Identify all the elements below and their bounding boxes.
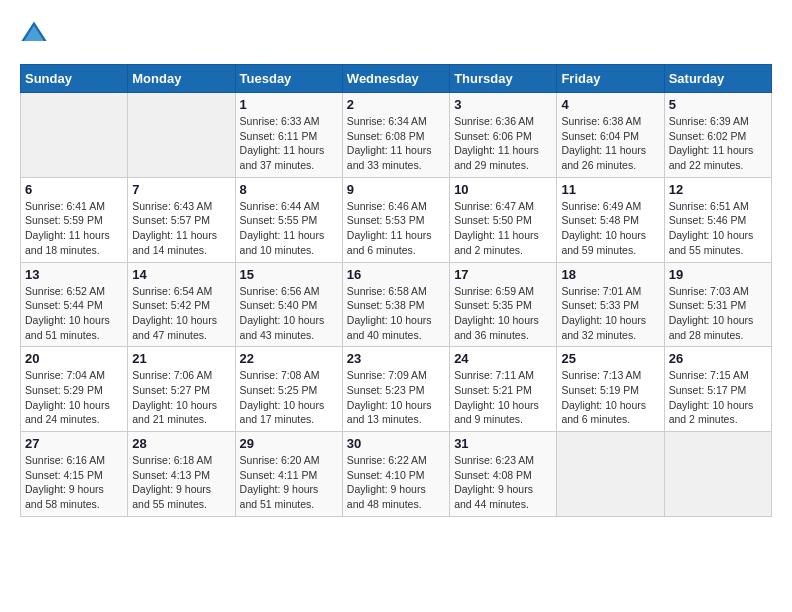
day-number: 13 — [25, 267, 123, 282]
day-detail: Sunrise: 7:06 AM Sunset: 5:27 PM Dayligh… — [132, 368, 230, 427]
calendar-cell: 13Sunrise: 6:52 AM Sunset: 5:44 PM Dayli… — [21, 262, 128, 347]
calendar-cell: 27Sunrise: 6:16 AM Sunset: 4:15 PM Dayli… — [21, 432, 128, 517]
day-detail: Sunrise: 7:09 AM Sunset: 5:23 PM Dayligh… — [347, 368, 445, 427]
day-number: 16 — [347, 267, 445, 282]
day-detail: Sunrise: 7:11 AM Sunset: 5:21 PM Dayligh… — [454, 368, 552, 427]
calendar-week-row: 13Sunrise: 6:52 AM Sunset: 5:44 PM Dayli… — [21, 262, 772, 347]
calendar-week-row: 20Sunrise: 7:04 AM Sunset: 5:29 PM Dayli… — [21, 347, 772, 432]
day-of-week-header: Thursday — [450, 65, 557, 93]
calendar-cell: 26Sunrise: 7:15 AM Sunset: 5:17 PM Dayli… — [664, 347, 771, 432]
calendar-cell: 5Sunrise: 6:39 AM Sunset: 6:02 PM Daylig… — [664, 93, 771, 178]
calendar-cell: 19Sunrise: 7:03 AM Sunset: 5:31 PM Dayli… — [664, 262, 771, 347]
day-detail: Sunrise: 7:15 AM Sunset: 5:17 PM Dayligh… — [669, 368, 767, 427]
calendar-cell: 28Sunrise: 6:18 AM Sunset: 4:13 PM Dayli… — [128, 432, 235, 517]
day-number: 2 — [347, 97, 445, 112]
day-number: 6 — [25, 182, 123, 197]
day-number: 9 — [347, 182, 445, 197]
day-detail: Sunrise: 7:04 AM Sunset: 5:29 PM Dayligh… — [25, 368, 123, 427]
day-detail: Sunrise: 6:44 AM Sunset: 5:55 PM Dayligh… — [240, 199, 338, 258]
calendar-cell: 16Sunrise: 6:58 AM Sunset: 5:38 PM Dayli… — [342, 262, 449, 347]
calendar-cell: 20Sunrise: 7:04 AM Sunset: 5:29 PM Dayli… — [21, 347, 128, 432]
day-number: 12 — [669, 182, 767, 197]
calendar-cell — [557, 432, 664, 517]
calendar-cell: 31Sunrise: 6:23 AM Sunset: 4:08 PM Dayli… — [450, 432, 557, 517]
day-number: 30 — [347, 436, 445, 451]
day-number: 25 — [561, 351, 659, 366]
calendar-cell: 24Sunrise: 7:11 AM Sunset: 5:21 PM Dayli… — [450, 347, 557, 432]
day-detail: Sunrise: 6:33 AM Sunset: 6:11 PM Dayligh… — [240, 114, 338, 173]
day-number: 21 — [132, 351, 230, 366]
calendar-cell — [128, 93, 235, 178]
calendar-cell: 12Sunrise: 6:51 AM Sunset: 5:46 PM Dayli… — [664, 177, 771, 262]
day-of-week-header: Monday — [128, 65, 235, 93]
calendar-cell: 11Sunrise: 6:49 AM Sunset: 5:48 PM Dayli… — [557, 177, 664, 262]
logo-icon — [20, 20, 48, 48]
day-detail: Sunrise: 6:34 AM Sunset: 6:08 PM Dayligh… — [347, 114, 445, 173]
calendar-cell: 30Sunrise: 6:22 AM Sunset: 4:10 PM Dayli… — [342, 432, 449, 517]
day-number: 3 — [454, 97, 552, 112]
calendar-cell: 14Sunrise: 6:54 AM Sunset: 5:42 PM Dayli… — [128, 262, 235, 347]
calendar-cell: 1Sunrise: 6:33 AM Sunset: 6:11 PM Daylig… — [235, 93, 342, 178]
page-header — [20, 20, 772, 48]
day-detail: Sunrise: 6:56 AM Sunset: 5:40 PM Dayligh… — [240, 284, 338, 343]
calendar-week-row: 27Sunrise: 6:16 AM Sunset: 4:15 PM Dayli… — [21, 432, 772, 517]
logo — [20, 20, 52, 48]
day-number: 1 — [240, 97, 338, 112]
day-of-week-header: Wednesday — [342, 65, 449, 93]
calendar-cell: 4Sunrise: 6:38 AM Sunset: 6:04 PM Daylig… — [557, 93, 664, 178]
day-number: 29 — [240, 436, 338, 451]
calendar-cell: 21Sunrise: 7:06 AM Sunset: 5:27 PM Dayli… — [128, 347, 235, 432]
calendar-cell: 2Sunrise: 6:34 AM Sunset: 6:08 PM Daylig… — [342, 93, 449, 178]
calendar-cell: 18Sunrise: 7:01 AM Sunset: 5:33 PM Dayli… — [557, 262, 664, 347]
calendar-cell: 6Sunrise: 6:41 AM Sunset: 5:59 PM Daylig… — [21, 177, 128, 262]
day-detail: Sunrise: 6:47 AM Sunset: 5:50 PM Dayligh… — [454, 199, 552, 258]
day-number: 26 — [669, 351, 767, 366]
calendar-cell: 8Sunrise: 6:44 AM Sunset: 5:55 PM Daylig… — [235, 177, 342, 262]
day-number: 17 — [454, 267, 552, 282]
calendar-cell: 22Sunrise: 7:08 AM Sunset: 5:25 PM Dayli… — [235, 347, 342, 432]
calendar-cell: 23Sunrise: 7:09 AM Sunset: 5:23 PM Dayli… — [342, 347, 449, 432]
day-detail: Sunrise: 6:36 AM Sunset: 6:06 PM Dayligh… — [454, 114, 552, 173]
day-number: 27 — [25, 436, 123, 451]
calendar-cell: 17Sunrise: 6:59 AM Sunset: 5:35 PM Dayli… — [450, 262, 557, 347]
calendar-cell: 7Sunrise: 6:43 AM Sunset: 5:57 PM Daylig… — [128, 177, 235, 262]
calendar-cell: 3Sunrise: 6:36 AM Sunset: 6:06 PM Daylig… — [450, 93, 557, 178]
day-number: 22 — [240, 351, 338, 366]
calendar-week-row: 1Sunrise: 6:33 AM Sunset: 6:11 PM Daylig… — [21, 93, 772, 178]
day-of-week-header: Sunday — [21, 65, 128, 93]
day-number: 28 — [132, 436, 230, 451]
day-detail: Sunrise: 7:13 AM Sunset: 5:19 PM Dayligh… — [561, 368, 659, 427]
day-detail: Sunrise: 6:39 AM Sunset: 6:02 PM Dayligh… — [669, 114, 767, 173]
day-of-week-header: Saturday — [664, 65, 771, 93]
day-detail: Sunrise: 7:08 AM Sunset: 5:25 PM Dayligh… — [240, 368, 338, 427]
day-number: 19 — [669, 267, 767, 282]
day-detail: Sunrise: 6:43 AM Sunset: 5:57 PM Dayligh… — [132, 199, 230, 258]
day-detail: Sunrise: 7:03 AM Sunset: 5:31 PM Dayligh… — [669, 284, 767, 343]
calendar-cell: 10Sunrise: 6:47 AM Sunset: 5:50 PM Dayli… — [450, 177, 557, 262]
day-number: 10 — [454, 182, 552, 197]
day-detail: Sunrise: 6:38 AM Sunset: 6:04 PM Dayligh… — [561, 114, 659, 173]
day-detail: Sunrise: 6:51 AM Sunset: 5:46 PM Dayligh… — [669, 199, 767, 258]
calendar-cell — [21, 93, 128, 178]
day-of-week-header: Friday — [557, 65, 664, 93]
day-number: 31 — [454, 436, 552, 451]
day-number: 11 — [561, 182, 659, 197]
day-detail: Sunrise: 6:16 AM Sunset: 4:15 PM Dayligh… — [25, 453, 123, 512]
calendar-cell: 15Sunrise: 6:56 AM Sunset: 5:40 PM Dayli… — [235, 262, 342, 347]
calendar-header: SundayMondayTuesdayWednesdayThursdayFrid… — [21, 65, 772, 93]
calendar-cell: 29Sunrise: 6:20 AM Sunset: 4:11 PM Dayli… — [235, 432, 342, 517]
day-number: 23 — [347, 351, 445, 366]
day-detail: Sunrise: 6:58 AM Sunset: 5:38 PM Dayligh… — [347, 284, 445, 343]
day-detail: Sunrise: 6:59 AM Sunset: 5:35 PM Dayligh… — [454, 284, 552, 343]
day-number: 7 — [132, 182, 230, 197]
day-of-week-header: Tuesday — [235, 65, 342, 93]
calendar-cell: 9Sunrise: 6:46 AM Sunset: 5:53 PM Daylig… — [342, 177, 449, 262]
day-detail: Sunrise: 6:54 AM Sunset: 5:42 PM Dayligh… — [132, 284, 230, 343]
day-detail: Sunrise: 6:49 AM Sunset: 5:48 PM Dayligh… — [561, 199, 659, 258]
day-number: 4 — [561, 97, 659, 112]
day-number: 24 — [454, 351, 552, 366]
day-detail: Sunrise: 6:18 AM Sunset: 4:13 PM Dayligh… — [132, 453, 230, 512]
calendar-cell: 25Sunrise: 7:13 AM Sunset: 5:19 PM Dayli… — [557, 347, 664, 432]
day-detail: Sunrise: 6:22 AM Sunset: 4:10 PM Dayligh… — [347, 453, 445, 512]
day-number: 15 — [240, 267, 338, 282]
